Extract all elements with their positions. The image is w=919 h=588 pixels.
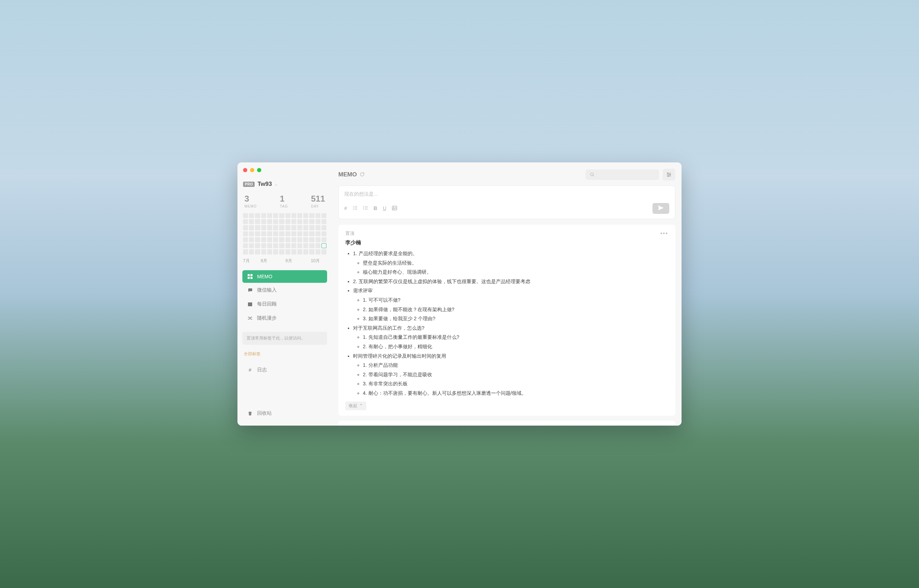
heatmap-cell[interactable]: [285, 225, 290, 230]
heatmap-cell[interactable]: [255, 249, 260, 254]
heatmap-cell[interactable]: [249, 219, 254, 224]
heatmap-cell[interactable]: [322, 249, 327, 254]
nav-daily[interactable]: 每日回顾: [243, 297, 327, 311]
heatmap-cell[interactable]: [279, 237, 284, 242]
heatmap-cell[interactable]: [291, 231, 296, 236]
heatmap-cell[interactable]: [249, 213, 254, 218]
heatmap-cell[interactable]: [255, 213, 260, 218]
heatmap-cell[interactable]: [261, 225, 266, 230]
heatmap-cell[interactable]: [279, 225, 284, 230]
heatmap-cell[interactable]: [297, 243, 302, 248]
heatmap-cell[interactable]: [249, 237, 254, 242]
image-icon[interactable]: [392, 205, 397, 212]
heatmap-cell[interactable]: [267, 213, 272, 218]
heatmap-cell[interactable]: [279, 213, 284, 218]
heatmap-cell[interactable]: [297, 237, 302, 242]
bold-icon[interactable]: B: [374, 205, 377, 212]
heatmap-cell[interactable]: [243, 249, 248, 254]
heatmap-cell[interactable]: [316, 231, 320, 236]
heatmap-cell[interactable]: [261, 249, 266, 254]
heatmap-cell[interactable]: [255, 243, 260, 248]
bullet-list-icon[interactable]: [353, 205, 358, 212]
send-button[interactable]: [652, 203, 669, 214]
hash-tool-icon[interactable]: #: [344, 205, 347, 212]
heatmap-cell[interactable]: [255, 237, 260, 242]
heatmap-cell[interactable]: [309, 225, 314, 230]
heatmap-cell[interactable]: [267, 249, 272, 254]
heatmap-cell[interactable]: [267, 237, 272, 242]
heatmap-cell[interactable]: [285, 249, 290, 254]
heatmap-cell[interactable]: [273, 243, 278, 248]
heatmap-cell[interactable]: [316, 225, 320, 230]
heatmap-cell[interactable]: [316, 249, 320, 254]
heatmap-cell[interactable]: [303, 219, 308, 224]
heatmap-cell[interactable]: [291, 225, 296, 230]
heatmap-cell[interactable]: [291, 249, 296, 254]
heatmap-cell[interactable]: [261, 213, 266, 218]
heatmap-cell[interactable]: [322, 243, 327, 248]
heatmap-cell[interactable]: [243, 243, 248, 248]
heatmap-cell[interactable]: [279, 219, 284, 224]
heatmap-cell[interactable]: [316, 213, 320, 218]
heatmap-cell[interactable]: [303, 243, 308, 248]
heatmap-cell[interactable]: [309, 213, 314, 218]
heatmap-cell[interactable]: [273, 231, 278, 236]
heatmap-cell[interactable]: [309, 231, 314, 236]
heatmap-cell[interactable]: [285, 213, 290, 218]
heatmap-cell[interactable]: [273, 249, 278, 254]
heatmap-cell[interactable]: [303, 225, 308, 230]
heatmap-cell[interactable]: [261, 219, 266, 224]
heatmap-cell[interactable]: [316, 237, 320, 242]
heatmap-cell[interactable]: [267, 225, 272, 230]
heatmap-cell[interactable]: [322, 213, 327, 218]
heatmap-cell[interactable]: [279, 231, 284, 236]
heatmap-cell[interactable]: [291, 243, 296, 248]
heatmap-cell[interactable]: [249, 225, 254, 230]
heatmap-cell[interactable]: [243, 213, 248, 218]
collapse-button[interactable]: 收起 ⌃: [345, 401, 366, 410]
nav-random[interactable]: 随机漫步: [243, 312, 327, 325]
heatmap-cell[interactable]: [322, 219, 327, 224]
heatmap-cell[interactable]: [255, 225, 260, 230]
heatmap-cell[interactable]: [267, 243, 272, 248]
close-icon[interactable]: [243, 168, 247, 172]
heatmap-cell[interactable]: [285, 237, 290, 242]
heatmap-cell[interactable]: [243, 237, 248, 242]
heatmap-cell[interactable]: [303, 213, 308, 218]
heatmap-cell[interactable]: [243, 225, 248, 230]
heatmap-cell[interactable]: [297, 225, 302, 230]
compose-input[interactable]: [344, 191, 669, 197]
heatmap-cell[interactable]: [261, 237, 266, 242]
heatmap-cell[interactable]: [255, 219, 260, 224]
refresh-icon[interactable]: [360, 172, 365, 178]
heatmap-cell[interactable]: [322, 225, 327, 230]
heatmap-cell[interactable]: [322, 231, 327, 236]
minimize-icon[interactable]: [250, 168, 254, 172]
heatmap-cell[interactable]: [267, 219, 272, 224]
heatmap-cell[interactable]: [291, 213, 296, 218]
nav-wechat[interactable]: 微信输入: [243, 283, 327, 297]
heatmap-cell[interactable]: [309, 249, 314, 254]
memo-more-icon[interactable]: •••: [660, 230, 668, 237]
heatmap-cell[interactable]: [303, 231, 308, 236]
nav-memo[interactable]: MEMO: [243, 270, 327, 283]
heatmap-cell[interactable]: [309, 237, 314, 242]
heatmap-cell[interactable]: [249, 231, 254, 236]
heatmap-cell[interactable]: [243, 219, 248, 224]
heatmap-cell[interactable]: [303, 249, 308, 254]
search-input[interactable]: [586, 170, 659, 180]
maximize-icon[interactable]: [257, 168, 261, 172]
all-tags-label[interactable]: 全部标签: [243, 351, 327, 357]
heatmap-cell[interactable]: [291, 237, 296, 242]
heatmap-cell[interactable]: [316, 243, 320, 248]
heatmap-cell[interactable]: [309, 219, 314, 224]
heatmap-cell[interactable]: [261, 231, 266, 236]
heatmap-cell[interactable]: [316, 219, 320, 224]
heatmap-cell[interactable]: [297, 219, 302, 224]
heatmap-cell[interactable]: [273, 213, 278, 218]
heatmap-cell[interactable]: [285, 243, 290, 248]
heatmap-cell[interactable]: [322, 237, 327, 242]
heatmap-cell[interactable]: [243, 231, 248, 236]
heatmap-cell[interactable]: [297, 213, 302, 218]
heatmap-cell[interactable]: [279, 249, 284, 254]
